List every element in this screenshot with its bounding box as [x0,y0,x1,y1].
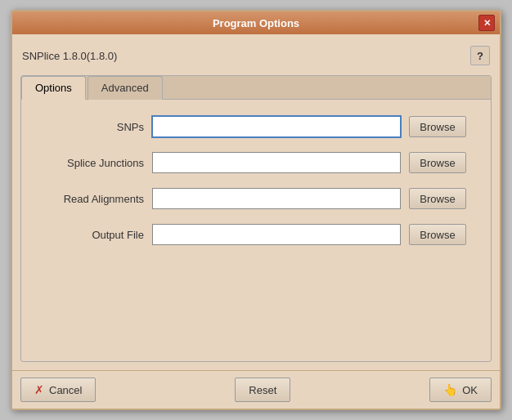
version-text: SNPlice 1.8.0(1.8.0) [22,50,117,62]
form-row-output-file: Output File Browse [46,224,466,245]
ok-icon: 👆 [443,383,457,396]
label-splice-junctions: Splice Junctions [46,157,144,169]
input-read-alignments[interactable] [152,188,401,209]
window-body: SNPlice 1.8.0(1.8.0) ? Options Advanced … [12,34,500,370]
reset-label: Reset [249,384,276,396]
ok-button[interactable]: 👆 OK [429,378,492,402]
label-output-file: Output File [46,229,144,241]
footer: ✗ Cancel Reset 👆 OK [12,370,500,409]
form-row-read-alignments: Read Alignments Browse [46,188,466,209]
tab-bar: Options Advanced [21,76,491,100]
reset-button[interactable]: Reset [235,378,290,402]
window-title: Program Options [19,17,493,29]
form-row-snps: SNPs Browse [46,116,466,137]
program-options-window: Program Options ✕ SNPlice 1.8.0(1.8.0) ?… [11,10,501,410]
tabs-container: Options Advanced SNPs Browse Splice Junc… [20,75,492,362]
cancel-label: Cancel [49,384,82,396]
ok-label: OK [462,384,478,396]
close-button[interactable]: ✕ [478,15,495,31]
browse-button-splice-junctions[interactable]: Browse [409,152,466,173]
input-splice-junctions[interactable] [152,152,401,173]
cancel-button[interactable]: ✗ Cancel [20,378,96,402]
cancel-icon: ✗ [34,383,44,396]
label-snps: SNPs [46,121,144,133]
form-row-splice-junctions: Splice Junctions Browse [46,152,466,173]
tab-advanced[interactable]: Advanced [88,76,163,100]
tab-content-options: SNPs Browse Splice Junctions Browse Read… [21,100,491,361]
version-row: SNPlice 1.8.0(1.8.0) ? [20,42,492,69]
input-output-file[interactable] [152,224,401,245]
browse-button-output-file[interactable]: Browse [409,224,466,245]
help-button[interactable]: ? [470,46,490,65]
input-snps[interactable] [152,116,401,137]
label-read-alignments: Read Alignments [46,193,144,205]
browse-button-snps[interactable]: Browse [409,116,466,137]
tab-options[interactable]: Options [21,76,86,100]
title-bar: Program Options ✕ [12,11,500,34]
browse-button-read-alignments[interactable]: Browse [409,188,466,209]
